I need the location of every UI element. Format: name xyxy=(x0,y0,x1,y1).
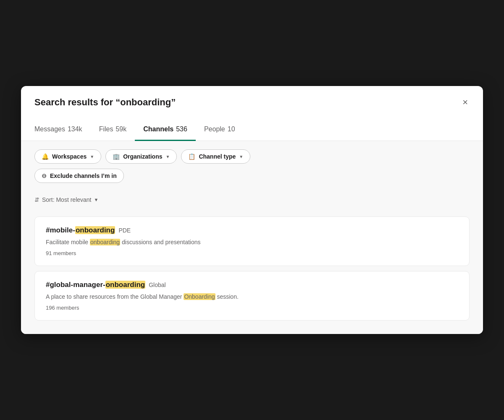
sort-icon: ⇵ xyxy=(34,196,39,203)
modal-header: Search results for “onboarding” × xyxy=(21,86,483,117)
tab-people[interactable]: People10 xyxy=(196,117,244,141)
tab-channels[interactable]: Channels536 xyxy=(135,117,196,141)
minus-circle-icon: ⊖ xyxy=(42,172,47,179)
close-button[interactable]: × xyxy=(461,96,470,109)
sort-chevron-icon: ▼ xyxy=(94,197,99,202)
filter-organizations-label: Organizations xyxy=(123,153,162,160)
organizations-chevron-icon: ▼ xyxy=(166,154,170,159)
filter-workspaces-button[interactable]: 🔔Workspaces▼ xyxy=(34,149,101,164)
tab-count: 59k xyxy=(116,125,126,133)
filter-channel-type-label: Channel type xyxy=(199,153,236,160)
result-description: A place to share resources from the Glob… xyxy=(46,292,458,301)
exclude-channels-label: Exclude channels I’m in xyxy=(50,172,117,179)
filter-channel-type-button[interactable]: 📋Channel type▼ xyxy=(181,149,250,164)
tabs-row: Messages134kFiles59kChannels536People10 xyxy=(21,117,483,141)
tab-messages[interactable]: Messages134k xyxy=(34,117,91,141)
channel-highlight: onboarding xyxy=(75,226,115,234)
tab-label: Channels xyxy=(143,125,173,133)
workspace-tag: Global xyxy=(149,282,165,288)
tab-label: Messages xyxy=(34,125,65,133)
channel-type-icon: 📋 xyxy=(188,153,195,160)
filter-workspaces-label: Workspaces xyxy=(52,153,87,160)
result-channel-name: #mobile-onboarding PDE xyxy=(46,226,458,235)
tab-count: 134k xyxy=(68,125,82,133)
channel-highlight: onboarding xyxy=(105,281,145,289)
result-description: Facilitate mobile onboarding discussions… xyxy=(46,238,458,247)
results-section: #mobile-onboarding PDE Facilitate mobile… xyxy=(21,210,483,334)
exclude-channels-button[interactable]: ⊖ Exclude channels I’m in xyxy=(34,169,124,183)
tab-count: 536 xyxy=(176,125,187,133)
sort-label[interactable]: Sort: Most relevant xyxy=(42,196,92,203)
workspaces-icon: 🔔 xyxy=(42,153,49,160)
sort-row: ⇵ Sort: Most relevant ▼ xyxy=(21,192,483,210)
channel-name-text: #global-manager-onboarding xyxy=(46,281,145,289)
tab-count: 10 xyxy=(228,125,235,133)
workspaces-chevron-icon: ▼ xyxy=(90,154,94,159)
result-card-1[interactable]: #mobile-onboarding PDE Facilitate mobile… xyxy=(34,217,470,266)
workspace-tag: PDE xyxy=(118,227,131,234)
organizations-icon: 🏢 xyxy=(113,153,120,160)
filters-row: 🔔Workspaces▼🏢Organizations▼📋Channel type… xyxy=(34,149,470,164)
description-highlight: Onboarding xyxy=(184,293,215,300)
modal-title: Search results for “onboarding” xyxy=(34,97,176,108)
result-channel-name: #global-manager-onboarding Global xyxy=(46,281,458,289)
result-members: 196 members xyxy=(46,305,458,311)
channel-name-text: #mobile-onboarding xyxy=(46,226,115,235)
search-results-modal: Search results for “onboarding” × Messag… xyxy=(21,86,483,334)
filter-organizations-button[interactable]: 🏢Organizations▼ xyxy=(105,149,177,164)
result-card-2[interactable]: #global-manager-onboarding Global A plac… xyxy=(34,271,470,321)
tab-label: People xyxy=(204,125,225,133)
filters-row-2: ⊖ Exclude channels I’m in xyxy=(34,169,470,183)
tab-label: Files xyxy=(99,125,113,133)
channel-type-chevron-icon: ▼ xyxy=(239,154,243,159)
result-members: 91 members xyxy=(46,250,458,256)
filters-section: 🔔Workspaces▼🏢Organizations▼📋Channel type… xyxy=(21,141,483,192)
tab-files[interactable]: Files59k xyxy=(91,117,135,141)
description-highlight: onboarding xyxy=(90,239,120,245)
